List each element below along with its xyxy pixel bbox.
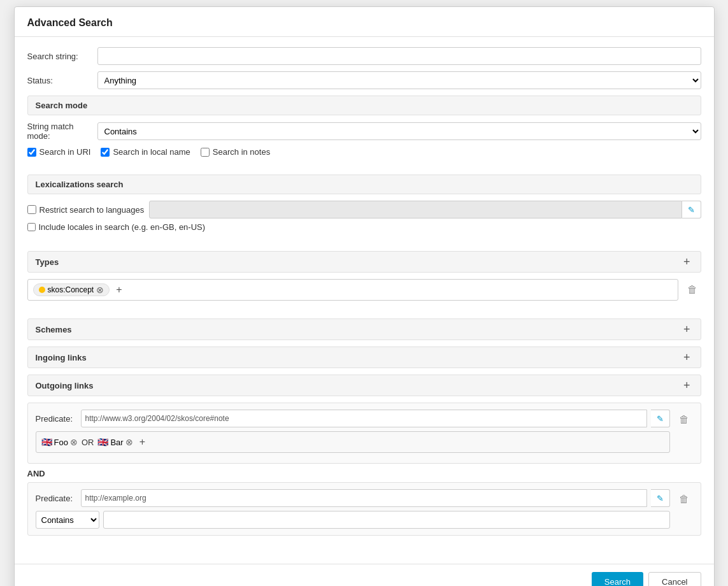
outgoing-block-2-delete-button[interactable]: 🗑 [675,490,693,508]
schemes-title: Schemes [36,325,72,334]
ingoing-links-header[interactable]: Ingoing links + [27,347,701,368]
predicate-label-2: Predicate: [36,494,77,503]
string-match-select[interactable]: Contains Exact Starts with Ends with [97,122,701,140]
status-select[interactable]: Anything Active Deprecated [97,71,701,89]
and-connector: AND [27,469,701,478]
search-in-local-name-checkbox[interactable] [101,148,110,157]
outgoing-block-2-inner: Predicate: ✎ Contains Exact St [36,489,693,529]
trash-icon-2: 🗑 [679,494,689,505]
or-text-1: OR [82,438,94,447]
predicate-input-1[interactable] [81,410,647,427]
schemes-header[interactable]: Schemes + [27,318,701,340]
search-in-uri-label[interactable]: Search in URI [27,147,91,157]
string-match-label: String match mode: [27,122,97,141]
include-locales-row: Include locales in search (e.g. en-GB, e… [27,222,701,232]
predicate-label-1: Predicate: [36,414,77,424]
pencil-icon: ✎ [688,205,695,215]
restrict-languages-checkbox[interactable] [27,205,36,214]
search-in-notes-label[interactable]: Search in notes [201,147,270,157]
outgoing-delete-1: 🗑 [675,410,693,457]
outgoing-block-1-delete-button[interactable]: 🗑 [675,411,693,429]
predicate-edit-button-1[interactable]: ✎ [651,410,670,427]
cancel-button[interactable]: Cancel [648,572,701,586]
value-tag-foo: 🇬🇧 Foo ⊗ [41,437,78,447]
status-row: Status: Anything Active Deprecated [27,71,701,89]
type-tag-container: skos:Concept ⊗ + [27,279,678,301]
status-label: Status: [27,76,97,85]
schemes-add-button[interactable]: + [681,324,693,335]
predicate-input-2[interactable] [81,489,647,507]
lexicalizations-section: Lexicalizations search Restrict search t… [27,175,701,245]
value-tag-bar: 🇬🇧 Bar ⊗ [97,437,132,447]
contains-select-2[interactable]: Contains Exact Starts with [36,511,99,529]
dialog-title: Advanced Search [15,7,714,37]
search-string-label: Search string: [27,52,97,61]
trash-icon-1: 🗑 [679,414,689,425]
outgoing-links-header[interactable]: Outgoing links + [27,375,701,396]
value-row-1: 🇬🇧 Foo ⊗ OR 🇬🇧 Bar ⊗ [36,431,670,453]
outgoing-block-2-content: Predicate: ✎ Contains Exact St [36,489,670,529]
type-tag-close-button[interactable]: ⊗ [96,285,104,294]
predicate-row-1: Predicate: ✎ [36,410,670,427]
flag-icon-gb-1: 🇬🇧 [41,437,52,447]
value-tag-container-1: 🇬🇧 Foo ⊗ OR 🇬🇧 Bar ⊗ [36,431,670,453]
dialog-body: Search string: Status: Anything Active D… [15,37,714,564]
ingoing-links-title: Ingoing links [36,353,87,362]
lexicalizations-header: Lexicalizations search [27,175,701,194]
restrict-languages-row: Restrict search to languages ✎ [27,201,701,218]
search-in-row: Search in URI Search in local name Searc… [27,147,701,157]
search-in-notes-checkbox[interactable] [201,148,210,157]
predicate-row-2: Predicate: ✎ [36,489,670,507]
outgoing-block-1-content: Predicate: ✎ 🇬🇧 Foo [36,410,670,457]
pencil-icon-2: ✎ [657,494,664,503]
value-add-tag-button-1[interactable]: + [137,436,148,448]
ingoing-links-section: Ingoing links + [27,347,701,368]
include-locales-checkbox[interactable] [27,223,36,231]
types-title: Types [36,257,59,267]
type-add-tag-button[interactable]: + [113,284,124,296]
value-tag-foo-close[interactable]: ⊗ [70,438,78,447]
flag-icon-gb-2: 🇬🇧 [97,437,108,447]
outgoing-block-1-inner: Predicate: ✎ 🇬🇧 Foo [36,410,693,457]
lang-edit-button[interactable]: ✎ [682,201,701,218]
pencil-icon-1: ✎ [657,414,664,424]
search-mode-title: Search mode [36,101,88,110]
search-mode-header: Search mode [27,96,701,115]
outgoing-links-title: Outgoing links [36,381,94,390]
types-header[interactable]: Types + [27,251,701,273]
contains-row-2: Contains Exact Starts with [36,511,670,529]
search-string-row: Search string: [27,47,701,65]
search-button[interactable]: Search [592,572,643,586]
value-text-bar: Bar [110,438,123,447]
value-tag-bar-close[interactable]: ⊗ [125,438,133,447]
contains-input-2[interactable] [103,511,670,529]
outgoing-delete-2: 🗑 [675,489,693,529]
type-delete-button[interactable]: 🗑 [683,281,701,299]
value-text-foo: Foo [54,438,68,447]
lang-input[interactable] [149,201,682,218]
outgoing-links-content: Predicate: ✎ 🇬🇧 Foo [27,403,701,547]
search-mode-section: Search mode String match mode: Contains … [27,96,701,168]
string-match-row: String match mode: Contains Exact Starts… [27,122,701,141]
types-section: Types + skos:Concept ⊗ + 🗑 [27,251,701,312]
trash-icon: 🗑 [687,284,697,296]
type-tag-label: skos:Concept [48,285,94,294]
types-add-button[interactable]: + [681,256,693,268]
lexicalizations-title: Lexicalizations search [36,180,124,189]
lang-input-wrapper: ✎ [149,201,701,218]
type-dot [39,287,45,293]
dialog-footer: Search Cancel [15,564,714,586]
advanced-search-dialog: Advanced Search Search string: Status: A… [14,6,715,586]
outgoing-links-add-button[interactable]: + [681,380,693,391]
search-in-uri-checkbox[interactable] [27,148,36,157]
outgoing-block-2: Predicate: ✎ Contains Exact St [27,482,701,536]
outgoing-links-section: Outgoing links + Predicate: ✎ [27,375,701,547]
search-in-local-name-label[interactable]: Search in local name [101,147,190,157]
restrict-languages-label[interactable]: Restrict search to languages [27,205,145,215]
ingoing-links-add-button[interactable]: + [681,352,693,363]
type-row: skos:Concept ⊗ + 🗑 [27,279,701,301]
search-string-input[interactable] [97,47,701,65]
types-content: skos:Concept ⊗ + 🗑 [27,279,701,312]
predicate-edit-button-2[interactable]: ✎ [651,489,670,507]
outgoing-block-1: Predicate: ✎ 🇬🇧 Foo [27,403,701,464]
